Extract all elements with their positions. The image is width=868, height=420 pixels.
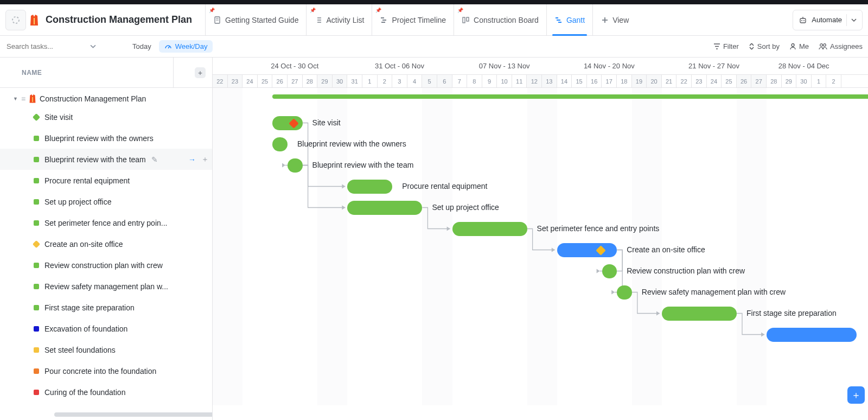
list-icon <box>314 16 323 24</box>
task-row[interactable]: Pour concrete into the foundation <box>0 360 212 381</box>
me-button[interactable]: Me <box>789 42 809 50</box>
app-menu-button[interactable] <box>5 10 26 30</box>
add-task-fab[interactable]: ＋ <box>847 386 865 404</box>
day-label: 11 <box>512 75 527 87</box>
week-label: 21 Nov - 27 Nov <box>662 58 767 74</box>
task-row[interactable]: Blueprint review with the team✎→＋ <box>0 149 212 170</box>
task-row[interactable]: Procure rental equipment <box>0 170 212 191</box>
search-field[interactable] <box>5 42 125 51</box>
expand-icon[interactable]: → <box>188 155 196 164</box>
add-column-button[interactable]: ＋ <box>195 67 206 78</box>
loading-icon <box>11 15 21 25</box>
svg-rect-15 <box>467 17 469 21</box>
toolbar: Today Week/Day Filter Sort by Me Assigne… <box>0 36 868 58</box>
status-bullet <box>34 368 39 374</box>
bar-label: Procure rental equipment <box>402 182 487 190</box>
day-label: 18 <box>617 75 632 87</box>
today-button[interactable]: Today <box>132 42 151 50</box>
day-label: 23 <box>692 75 707 87</box>
automate-button[interactable]: Automate <box>793 10 863 30</box>
gantt-bar[interactable] <box>602 264 617 278</box>
day-label: 25 <box>258 75 273 87</box>
task-name: Set up project office <box>44 198 111 206</box>
day-label: 22 <box>213 75 228 87</box>
day-label: 29 <box>782 75 797 87</box>
gantt-bar[interactable] <box>347 180 392 194</box>
search-input[interactable] <box>5 42 87 51</box>
task-row[interactable]: Create an on-site office <box>0 233 212 254</box>
gantt-bar[interactable] <box>617 285 632 300</box>
task-row[interactable]: Review safety management plan w... <box>0 276 212 297</box>
task-name: Blueprint review with the team <box>44 155 146 164</box>
task-root[interactable]: ▼ ≡ Construction Management Plan <box>0 91 212 106</box>
pin-icon: 📌 <box>457 8 463 13</box>
filter-icon <box>713 43 720 50</box>
gantt-bar[interactable] <box>662 307 737 321</box>
status-bullet <box>34 284 39 289</box>
day-label: 17 <box>602 75 617 87</box>
gantt-bar[interactable] <box>452 222 527 236</box>
status-bullet <box>34 220 39 226</box>
bar-label: Site visit <box>312 118 341 127</box>
horizontal-scrollbar[interactable] <box>54 412 213 417</box>
weekday-toggle[interactable]: Week/Day <box>159 40 213 53</box>
day-label: 15 <box>572 75 587 87</box>
task-row[interactable]: Set perimeter fence and entry poin... <box>0 212 212 233</box>
calendar-header: 24 Oct - 30 Oct31 Oct - 06 Nov07 Nov - 1… <box>213 58 868 88</box>
task-row[interactable]: Excavation of foundation <box>0 318 212 339</box>
gantt-bar[interactable] <box>347 201 422 215</box>
day-label: 4 <box>407 75 423 87</box>
tab-activity-list[interactable]: 📌Activity List <box>306 4 372 35</box>
bar-label: Review construction plan with crew <box>627 266 745 275</box>
day-label: 23 <box>228 75 243 87</box>
day-label: 10 <box>497 75 512 87</box>
filter-button[interactable]: Filter <box>713 42 739 50</box>
task-row[interactable]: Review construction plan with crew <box>0 254 212 276</box>
sort-button[interactable]: Sort by <box>749 42 780 50</box>
tab-getting-started-guide[interactable]: 📌Getting Started Guide <box>205 4 306 35</box>
svg-point-27 <box>820 44 823 47</box>
day-label: 14 <box>557 75 572 87</box>
status-bullet <box>34 178 39 183</box>
sort-icon <box>749 43 755 50</box>
svg-point-28 <box>824 44 826 47</box>
task-name: Site visit <box>44 113 73 122</box>
task-row[interactable]: First stage site preparation <box>0 297 212 318</box>
task-row[interactable]: Set steel foundations <box>0 339 212 360</box>
status-bullet <box>34 305 39 310</box>
task-row[interactable]: Curing of the foundation <box>0 381 212 403</box>
plus-icon <box>601 16 609 24</box>
status-bullet <box>34 326 39 332</box>
task-name: Pour concrete into the foundation <box>44 367 156 376</box>
edit-icon[interactable]: ✎ <box>151 155 158 164</box>
automate-label: Automate <box>812 16 842 24</box>
tab-construction-board[interactable]: 📌Construction Board <box>454 4 546 35</box>
tab-gantt[interactable]: Gantt <box>546 4 592 35</box>
gantt-chart[interactable]: Site visitBlueprint review with the owne… <box>213 88 868 405</box>
task-row[interactable]: Blueprint review with the owners <box>0 128 212 149</box>
gantt-bar[interactable] <box>272 137 288 151</box>
assignees-button[interactable]: Assignees <box>819 42 863 50</box>
tab-view[interactable]: View <box>592 4 636 35</box>
day-label: 13 <box>542 75 557 87</box>
day-label: 7 <box>452 75 468 87</box>
gantt-bar[interactable] <box>767 328 857 342</box>
task-row[interactable]: Set up project office <box>0 191 212 212</box>
gantt-panel: 24 Oct - 30 Oct31 Oct - 06 Nov07 Nov - 1… <box>213 58 868 420</box>
task-row[interactable]: Site visit <box>0 106 212 128</box>
status-bullet <box>34 199 39 205</box>
day-label: 8 <box>467 75 482 87</box>
chevron-down-icon <box>851 17 857 23</box>
svg-rect-1 <box>34 18 35 24</box>
day-label: 1 <box>812 75 827 87</box>
summary-bar[interactable] <box>272 94 868 99</box>
svg-line-25 <box>168 46 170 48</box>
status-bullet <box>34 263 39 268</box>
add-icon[interactable]: ＋ <box>201 155 209 164</box>
root-label: Construction Management Plan <box>40 94 146 103</box>
gantt-bar[interactable] <box>557 243 617 257</box>
task-name: Procure rental equipment <box>44 176 130 185</box>
tab-project-timeline[interactable]: 📌Project Timeline <box>372 4 454 35</box>
gantt-bar[interactable] <box>288 158 303 173</box>
day-label: 30 <box>796 75 812 87</box>
